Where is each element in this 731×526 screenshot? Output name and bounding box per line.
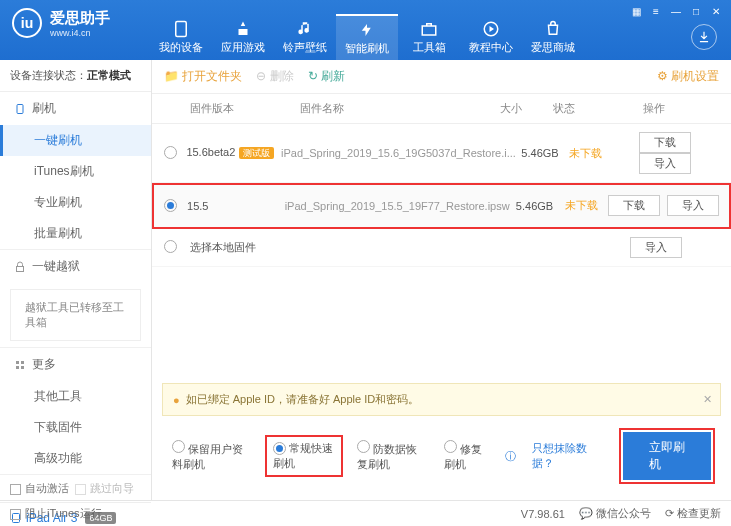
flash-settings-button[interactable]: ⚙ 刷机设置 — [657, 68, 719, 85]
delete-button[interactable]: ⊖ 删除 — [256, 68, 293, 85]
local-firmware-row[interactable]: 选择本地固件 导入 — [152, 229, 731, 267]
open-folder-button[interactable]: 📁 打开文件夹 — [164, 68, 242, 85]
app-name: 爱思助手 — [50, 9, 110, 28]
version-label: V7.98.61 — [521, 508, 565, 520]
flash-mode-bar: 保留用户资料刷机 常规快速刷机 防数据恢复刷机 修复刷机 ⓘ 只想抹除数据？ 立… — [162, 422, 721, 490]
svg-rect-6 — [21, 361, 24, 364]
wechat-link[interactable]: 💬 微信公众号 — [579, 506, 651, 521]
sidebar-options: 自动激活 跳过向导 — [0, 475, 151, 502]
svg-rect-0 — [176, 21, 187, 36]
svg-rect-7 — [16, 366, 19, 369]
minimize-icon[interactable]: ― — [667, 4, 685, 18]
import-button[interactable]: 导入 — [667, 195, 719, 216]
import-button[interactable]: 导入 — [630, 237, 682, 258]
tray-icon[interactable]: ≡ — [647, 4, 665, 18]
nav-flash[interactable]: 智能刷机 — [336, 14, 398, 60]
warning-icon: ● — [173, 394, 180, 406]
close-warn-icon[interactable]: ✕ — [703, 393, 712, 406]
svg-rect-1 — [422, 26, 436, 35]
auto-activate-checkbox[interactable]: 自动激活 — [10, 481, 69, 496]
mode-keep-data[interactable]: 保留用户资料刷机 — [172, 440, 251, 472]
svg-rect-3 — [17, 104, 23, 113]
main-nav: 我的设备 应用游戏 铃声壁纸 智能刷机 工具箱 教程中心 爱思商城 — [150, 14, 584, 60]
row-radio[interactable] — [164, 199, 177, 212]
flash-now-button[interactable]: 立即刷机 — [623, 432, 711, 480]
statusbar: 阻止iTunes运行 V7.98.61 💬 微信公众号 ⟳ 检查更新 — [0, 500, 731, 526]
app-logo: iu 爱思助手 www.i4.cn — [0, 0, 122, 46]
sidebar-group-flash[interactable]: 刷机 — [0, 92, 151, 125]
svg-rect-5 — [16, 361, 19, 364]
sidebar-item-download-fw[interactable]: 下载固件 — [0, 412, 151, 443]
download-button[interactable]: 下载 — [608, 195, 660, 216]
sidebar-item-pro[interactable]: 专业刷机 — [0, 187, 151, 218]
sidebar-item-oneclick[interactable]: 一键刷机 — [0, 125, 151, 156]
mode-repair[interactable]: 修复刷机 — [444, 440, 490, 472]
firmware-row-selected[interactable]: 15.5 iPad_Spring_2019_15.5_19F77_Restore… — [152, 183, 731, 229]
nav-my-device[interactable]: 我的设备 — [150, 14, 212, 60]
maximize-icon[interactable]: □ — [687, 4, 705, 18]
nav-toolbox[interactable]: 工具箱 — [398, 14, 460, 60]
svg-rect-8 — [21, 366, 24, 369]
check-update-link[interactable]: ⟳ 检查更新 — [665, 506, 721, 521]
skip-guide-checkbox[interactable]: 跳过向导 — [75, 481, 134, 496]
connection-status: 设备连接状态：正常模式 — [0, 60, 151, 92]
nav-tutorials[interactable]: 教程中心 — [460, 14, 522, 60]
table-header: 固件版本 固件名称 大小 状态 操作 — [152, 94, 731, 124]
sidebar-item-advanced[interactable]: 高级功能 — [0, 443, 151, 474]
svg-rect-4 — [17, 266, 24, 271]
sidebar-group-jailbreak[interactable]: 一键越狱 — [0, 250, 151, 283]
app-url: www.i4.cn — [50, 28, 110, 38]
mode-antirecover[interactable]: 防数据恢复刷机 — [357, 440, 428, 472]
menu-icon[interactable]: ▦ — [627, 4, 645, 18]
row-radio[interactable] — [164, 240, 177, 253]
download-badge-icon[interactable] — [691, 24, 717, 50]
import-button[interactable]: 导入 — [639, 153, 691, 174]
warning-bar: ● 如已绑定 Apple ID，请准备好 Apple ID和密码。 ✕ — [162, 383, 721, 416]
row-radio[interactable] — [164, 146, 177, 159]
sidebar-group-more[interactable]: 更多 — [0, 348, 151, 381]
mode-quick[interactable]: 常规快速刷机 — [267, 437, 341, 475]
jailbreak-note: 越狱工具已转移至工具箱 — [10, 289, 141, 341]
download-button[interactable]: 下载 — [639, 132, 691, 153]
sidebar-item-itunes[interactable]: iTunes刷机 — [0, 156, 151, 187]
nav-store[interactable]: 爱思商城 — [522, 14, 584, 60]
titlebar: iu 爱思助手 www.i4.cn ▦ ≡ ― □ ✕ 我的设备 应用游戏 铃声… — [0, 0, 731, 60]
sidebar-item-othertools[interactable]: 其他工具 — [0, 381, 151, 412]
refresh-button[interactable]: ↻ 刷新 — [308, 68, 345, 85]
close-icon[interactable]: ✕ — [707, 4, 725, 18]
sidebar: 设备连接状态：正常模式 刷机 一键刷机 iTunes刷机 专业刷机 批量刷机 一… — [0, 60, 152, 500]
help-icon[interactable]: ⓘ — [505, 449, 516, 464]
nav-ringtones[interactable]: 铃声壁纸 — [274, 14, 336, 60]
erase-only-link[interactable]: 只想抹除数据？ — [532, 441, 590, 471]
nav-apps[interactable]: 应用游戏 — [212, 14, 274, 60]
block-itunes-checkbox[interactable]: 阻止iTunes运行 — [10, 506, 102, 521]
firmware-row[interactable]: 15.6beta2测试版 iPad_Spring_2019_15.6_19G50… — [152, 124, 731, 183]
logo-icon: iu — [12, 8, 42, 38]
main-panel: 📁 打开文件夹 ⊖ 删除 ↻ 刷新 ⚙ 刷机设置 固件版本 固件名称 大小 状态… — [152, 60, 731, 500]
sidebar-item-batch[interactable]: 批量刷机 — [0, 218, 151, 249]
